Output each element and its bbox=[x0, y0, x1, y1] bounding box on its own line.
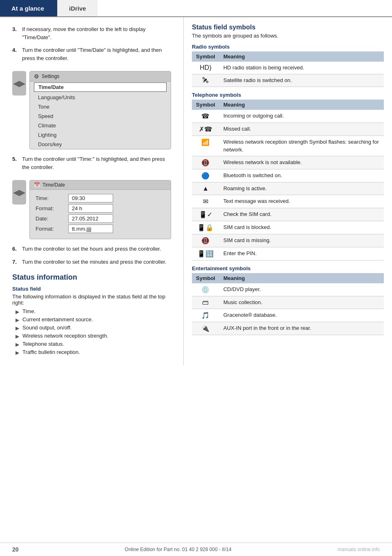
ent-symbol-0: 💿 bbox=[192, 283, 219, 296]
screenshot1-menu-item-2: Tone bbox=[30, 102, 171, 111]
step-3: 3. If necessary, move the controller to … bbox=[12, 25, 171, 41]
tel-meaning-0: Incoming or outgoing call. bbox=[219, 110, 384, 123]
telephone-row-1: ✗☎Missed call. bbox=[192, 123, 384, 136]
screenshot1-menu: Time/DateLanguage/UnitsToneSpeedClimateL… bbox=[30, 82, 171, 149]
screenshot2: 📅 Time/Date Time:09:30Format:24 hDate:27… bbox=[29, 180, 171, 239]
radio-meaning-0: HD radio station is being received. bbox=[219, 62, 384, 74]
ent-symbol-3: 🔌 bbox=[192, 322, 219, 335]
step-3-text: If necessary, move the controller to the… bbox=[22, 25, 171, 41]
step-7: 7. Turn the controller to set the minute… bbox=[12, 258, 171, 266]
ent-meaning-2: Gracenote® database. bbox=[219, 309, 384, 322]
status-list-text-2: Sound output, on/off. bbox=[22, 325, 71, 331]
telephone-row-10: 📱🔢Enter the PIN. bbox=[192, 247, 384, 260]
tel-meaning-1: Missed call. bbox=[219, 123, 384, 136]
tel-col-meaning: Meaning bbox=[219, 100, 384, 110]
telephone-row-3: 📵Wireless network is not available. bbox=[192, 156, 384, 169]
tel-symbol-6: ✉ bbox=[192, 195, 219, 208]
tel-meaning-5: Roaming is active. bbox=[219, 182, 384, 195]
radio-row-1: 🛰Satellite radio is switched on. bbox=[192, 74, 384, 87]
tel-meaning-9: SIM card is missing. bbox=[219, 234, 384, 247]
nav-controller-icon2: ◀▶ bbox=[12, 180, 26, 205]
step-4: 4. Turn the controller until "Time/Date"… bbox=[12, 46, 171, 62]
ent-col-symbol: Symbol bbox=[192, 273, 219, 283]
radio-row-0: HD)HD radio station is being received. bbox=[192, 62, 384, 74]
ent-symbol-2: 🎵 bbox=[192, 309, 219, 322]
screenshot1-menu-item-5: Lighting bbox=[30, 130, 171, 140]
step-7-num: 7. bbox=[12, 258, 20, 266]
page-footer: 20 Online Edition for Part no. 01 40 2 9… bbox=[0, 543, 392, 556]
screenshot1-menu-item-4: Climate bbox=[30, 121, 171, 130]
footer-copyright: Online Edition for Part no. 01 40 2 928 … bbox=[125, 547, 232, 552]
ent-col-meaning: Meaning bbox=[219, 273, 384, 283]
entertainment-row-1: 🗃Music collection. bbox=[192, 296, 384, 309]
status-information-heading: Status information bbox=[12, 273, 171, 282]
screenshot2-container: ◀▶ 📅 Time/Date Time:09:30Format:24 hDate… bbox=[12, 176, 171, 245]
scr2-row-1: Format:24 h bbox=[36, 204, 165, 213]
status-field-symbols-heading: Status field symbols bbox=[192, 24, 384, 31]
status-list-item-4: ▶Telephone status. bbox=[16, 341, 171, 347]
tel-meaning-7: Check the SIM card. bbox=[219, 208, 384, 221]
screenshot1-menu-item-6: Doors/key bbox=[30, 140, 171, 149]
radio-table: Symbol Meaning HD)HD radio station is be… bbox=[192, 51, 384, 87]
screenshot1: ⚙ Settings Time/DateLanguage/UnitsToneSp… bbox=[29, 71, 171, 149]
nav-controller-icon: ◀▶ bbox=[12, 71, 26, 96]
status-list-item-0: ▶Time. bbox=[16, 308, 171, 315]
scr2-value-2: 27.05.2012 bbox=[68, 214, 113, 223]
gear-icon: ⚙ bbox=[34, 73, 39, 80]
tab-at-a-glance[interactable]: At a glance bbox=[0, 0, 57, 16]
tel-symbol-9: 📵 bbox=[192, 234, 219, 247]
entertainment-row-2: 🎵Gracenote® database. bbox=[192, 309, 384, 322]
status-list-item-2: ▶Sound output, on/off. bbox=[16, 325, 171, 331]
telephone-table: Symbol Meaning ☎Incoming or outgoing cal… bbox=[192, 100, 384, 260]
telephone-row-0: ☎Incoming or outgoing call. bbox=[192, 110, 384, 123]
radio-col-meaning: Meaning bbox=[219, 51, 384, 62]
tel-symbol-1: ✗☎ bbox=[192, 123, 219, 136]
step-6-text: Turn the controller to set the hours and… bbox=[22, 245, 171, 253]
tel-symbol-10: 📱🔢 bbox=[192, 247, 219, 260]
screenshot2-body: Time:09:30Format:24 hDate:27.05.2012Form… bbox=[30, 190, 171, 239]
telephone-row-9: 📵SIM card is missing. bbox=[192, 234, 384, 247]
step-5-text: Turn the controller until "Time:" is hig… bbox=[22, 155, 171, 171]
entertainment-table: Symbol Meaning 💿CD/DVD player.🗃Music col… bbox=[192, 273, 384, 335]
tel-meaning-6: Text message was received. bbox=[219, 195, 384, 208]
step-6-num: 6. bbox=[12, 245, 20, 253]
status-list-item-3: ▶Wireless network reception strength. bbox=[16, 333, 171, 339]
arrow-icon-0: ▶ bbox=[16, 309, 19, 315]
status-list-text-4: Telephone status. bbox=[22, 341, 64, 347]
tab-idrive[interactable]: iDrive bbox=[57, 0, 98, 16]
status-list-text-0: Time. bbox=[22, 308, 36, 314]
status-list-item-1: ▶Current entertainment source. bbox=[16, 316, 171, 323]
right-intro: The symbols are grouped as follows. bbox=[192, 33, 384, 39]
scr2-value-1: 24 h bbox=[68, 204, 113, 213]
ent-symbol-1: 🗃 bbox=[192, 296, 219, 309]
status-list-text-5: Traffic bulletin reception. bbox=[22, 349, 80, 355]
scr2-value-0: 09:30 bbox=[68, 194, 113, 202]
screenshot1-title: ⚙ Settings bbox=[30, 71, 171, 82]
tel-col-symbol: Symbol bbox=[192, 100, 219, 110]
tel-symbol-2: 📶 bbox=[192, 136, 219, 156]
telephone-row-2: 📶Wireless network reception strength Sym… bbox=[192, 136, 384, 156]
screenshot1-menu-item-3: Speed bbox=[30, 111, 171, 121]
screenshot1-container: ◀▶ ⚙ Settings Time/DateLanguage/UnitsTon… bbox=[12, 67, 171, 155]
tel-meaning-3: Wireless network is not available. bbox=[219, 156, 384, 169]
scr2-label-1: Format: bbox=[36, 205, 68, 211]
screenshot1-menu-item-0: Time/Date bbox=[34, 82, 167, 92]
calendar-icon: 📅 bbox=[34, 182, 40, 188]
scr2-label-0: Time: bbox=[36, 195, 68, 201]
radio-symbol-0: HD) bbox=[192, 62, 219, 74]
tel-meaning-8: SIM card is blocked. bbox=[219, 221, 384, 234]
step-4-text: Turn the controller until "Time/Date" is… bbox=[22, 46, 171, 62]
arrow-icon-4: ▶ bbox=[16, 342, 19, 347]
tel-symbol-4: 🔵 bbox=[192, 169, 219, 182]
radio-meaning-1: Satellite radio is switched on. bbox=[219, 74, 384, 87]
step-5: 5. Turn the controller until "Time:" is … bbox=[12, 155, 171, 171]
screenshot2-title: 📅 Time/Date bbox=[30, 180, 171, 190]
step-4-num: 4. bbox=[12, 46, 20, 62]
status-list-text-3: Wireless network reception strength. bbox=[22, 333, 108, 339]
telephone-row-7: 📱✓Check the SIM card. bbox=[192, 208, 384, 221]
entertainment-row-3: 🔌AUX-IN port in the front or in the rear… bbox=[192, 322, 384, 335]
scr2-row-2: Date:27.05.2012 bbox=[36, 214, 165, 223]
tel-symbol-3: 📵 bbox=[192, 156, 219, 169]
arrow-icon-2: ▶ bbox=[16, 325, 19, 331]
tel-meaning-2: Wireless network reception strength Symb… bbox=[219, 136, 384, 156]
